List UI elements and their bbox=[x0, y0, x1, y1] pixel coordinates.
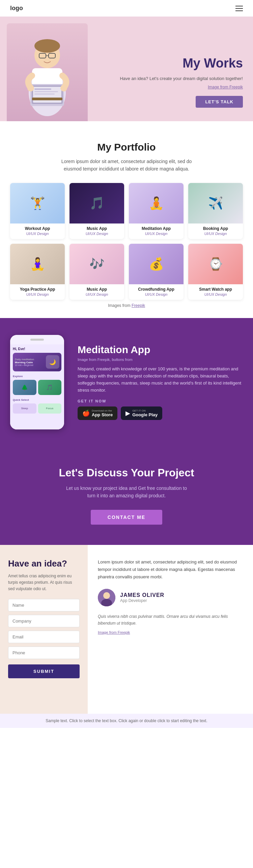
portfolio-note: Images from Freepik bbox=[10, 303, 243, 308]
portfolio-card-title-5: Music App bbox=[69, 284, 124, 292]
app-store-sub: Download on the bbox=[92, 409, 113, 412]
freepik-idea-link[interactable]: Image from Freepik bbox=[98, 630, 130, 634]
portfolio-card-sub-1: UI/UX Design bbox=[69, 232, 124, 239]
app-store-text: Download on the App Store bbox=[92, 409, 113, 417]
hamburger-menu[interactable] bbox=[235, 6, 243, 11]
portfolio-card[interactable]: 🎵 Music App UI/UX Design bbox=[69, 183, 124, 239]
author-row: JAMES OLIVER App Developer bbox=[98, 589, 243, 606]
portfolio-grid: 🏋️ Workout App UI/UX Design 🎵 Music App … bbox=[10, 183, 243, 300]
hamburger-line bbox=[235, 6, 243, 6]
portfolio-card-title-2: Meditation App bbox=[129, 223, 184, 232]
svg-rect-11 bbox=[34, 91, 58, 92]
portfolio-card-sub-2: UI/UX Design bbox=[129, 232, 184, 239]
phone-input[interactable] bbox=[8, 647, 80, 659]
portfolio-card[interactable]: 🎶 Music App UI/UX Design bbox=[69, 244, 124, 300]
portfolio-card[interactable]: 🧘 Meditation App UI/UX Design bbox=[129, 183, 184, 239]
meditation-image-note: Image from Freepik, buttons from bbox=[78, 358, 243, 362]
freepik-link[interactable]: Image from Freepik bbox=[208, 85, 243, 89]
freepik-note: Image from Freepik bbox=[98, 630, 243, 634]
portfolio-card[interactable]: 🏋️ Workout App UI/UX Design bbox=[10, 183, 65, 239]
portfolio-card-sub-5: UI/UX Design bbox=[69, 292, 124, 300]
app-store-label: App Store bbox=[92, 412, 113, 417]
phone-featured-card: Daily meditation Morning Calm 10 min • B… bbox=[13, 353, 61, 371]
portfolio-card-sub-7: UI/UX Design bbox=[188, 292, 243, 300]
phone-card-row: 🌲 🎵 bbox=[13, 380, 61, 395]
phone-top-bar bbox=[10, 335, 64, 344]
portfolio-card[interactable]: ⌚ Smart Watch app UI/UX Design bbox=[188, 244, 243, 300]
meditation-desc: Nispand, created with knowledge of over … bbox=[78, 366, 243, 394]
phone-mockup: Hi, Eve! Daily meditation Morning Calm 1… bbox=[10, 335, 64, 429]
portfolio-card-title-4: Yoga Practice App bbox=[10, 284, 65, 292]
portfolio-card-sub-3: UI/UX Design bbox=[188, 232, 243, 239]
portfolio-card[interactable]: 🧘‍♀️ Yoga Practice App UI/UX Design bbox=[10, 244, 65, 300]
svg-rect-15 bbox=[32, 98, 62, 100]
portfolio-card-sub-4: UI/UX Design bbox=[10, 292, 65, 300]
author-name: JAMES OLIVER bbox=[120, 592, 164, 598]
hamburger-line bbox=[235, 8, 243, 9]
portfolio-card-image-4: 🧘‍♀️ bbox=[10, 244, 65, 284]
hero-section: My Works Have an idea? Let's create your… bbox=[0, 17, 253, 121]
hero-person-illustration bbox=[7, 23, 88, 121]
phone-mini-card-1: 🌲 bbox=[13, 380, 36, 395]
hero-title: My Works bbox=[98, 56, 243, 71]
quick-item-1: Sleep bbox=[13, 403, 36, 414]
phone-notch bbox=[30, 339, 44, 341]
discuss-subtitle: Let us know your project idea and Get fr… bbox=[62, 484, 191, 500]
idea-form-panel: Have an idea? Amet tellus cras adipiscin… bbox=[0, 545, 88, 714]
email-input[interactable] bbox=[8, 631, 80, 643]
idea-section: Have an idea? Amet tellus cras adipiscin… bbox=[0, 545, 253, 714]
phone-quick-label: Quick Select bbox=[13, 398, 61, 401]
hero-image bbox=[0, 17, 94, 121]
portfolio-card-image-2: 🧘 bbox=[129, 183, 184, 223]
google-play-button[interactable]: ▶ GET IT ON Google Play bbox=[121, 406, 162, 420]
portfolio-card-title-7: Smart Watch app bbox=[188, 284, 243, 292]
google-play-sub: GET IT ON bbox=[132, 409, 158, 412]
discuss-section: Let's Discuss Your Project Let us know y… bbox=[0, 446, 253, 545]
name-input[interactable] bbox=[8, 599, 80, 611]
idea-testimonial: Lorem ipsum dolor sit amet, consectetur … bbox=[88, 545, 253, 714]
svg-rect-12 bbox=[34, 94, 55, 95]
meditation-section: Hi, Eve! Daily meditation Morning Calm 1… bbox=[0, 318, 253, 446]
hero-content: My Works Have an idea? Let's create your… bbox=[94, 43, 253, 121]
svg-point-13 bbox=[27, 85, 34, 91]
idea-title: Have an idea? bbox=[8, 558, 80, 569]
portfolio-subtitle: Lorem ipsum dolor sit amet, consectetur … bbox=[56, 158, 197, 173]
portfolio-card-title-3: Booking App bbox=[188, 223, 243, 232]
phone-quick-row: Sleep Focus bbox=[13, 403, 61, 414]
phone-card-text: Morning Calm bbox=[15, 361, 46, 364]
svg-point-14 bbox=[60, 85, 67, 91]
portfolio-card-title-6: Crowdfunding App bbox=[129, 284, 184, 292]
portfolio-card-image-3: ✈️ bbox=[188, 183, 243, 223]
portfolio-card-sub-0: UI/UX Design bbox=[10, 232, 65, 239]
testimonial-text: Lorem ipsum dolor sit amet, consectetur … bbox=[98, 558, 243, 581]
contact-me-button[interactable]: CONTACT ME bbox=[91, 510, 162, 525]
footer-note: Sample text. Click to select the text bo… bbox=[0, 714, 253, 728]
portfolio-card[interactable]: 💰 Crowdfunding App UI/UX Design bbox=[129, 244, 184, 300]
app-store-button[interactable]: 🍎 Download on the App Store bbox=[78, 406, 117, 420]
google-play-label: Google Play bbox=[132, 412, 158, 417]
freepik-portfolio-link[interactable]: Freepik bbox=[132, 303, 145, 308]
google-play-text: GET IT ON Google Play bbox=[132, 409, 158, 417]
portfolio-card-title-0: Workout App bbox=[10, 223, 65, 232]
author-info: JAMES OLIVER App Developer bbox=[120, 592, 164, 603]
svg-point-2 bbox=[34, 39, 60, 53]
quick-item-2: Focus bbox=[38, 403, 62, 414]
portfolio-card[interactable]: ✈️ Booking App UI/UX Design bbox=[188, 183, 243, 239]
header: logo bbox=[0, 0, 253, 17]
phone-greeting: Hi, Eve! bbox=[13, 347, 61, 351]
svg-rect-10 bbox=[34, 88, 51, 90]
logo: logo bbox=[10, 5, 23, 12]
get-it-now-label: GET IT NOW bbox=[78, 399, 243, 403]
portfolio-section: My Portfolio Lorem ipsum dolor sit amet,… bbox=[0, 121, 253, 318]
hamburger-line bbox=[235, 10, 243, 11]
svg-point-17 bbox=[103, 592, 110, 599]
submit-button[interactable]: SUBMIT bbox=[8, 664, 80, 678]
portfolio-card-image-5: 🎶 bbox=[69, 244, 124, 284]
lets-talk-button[interactable]: LET'S TALK bbox=[196, 96, 243, 108]
meditation-content: Meditation App Image from Freepik, butto… bbox=[78, 344, 243, 420]
portfolio-card-title-1: Music App bbox=[69, 223, 124, 232]
company-input[interactable] bbox=[8, 615, 80, 627]
portfolio-note-text: Images from bbox=[108, 303, 132, 308]
portfolio-card-image-7: ⌚ bbox=[188, 244, 243, 284]
portfolio-title: My Portfolio bbox=[10, 141, 243, 153]
